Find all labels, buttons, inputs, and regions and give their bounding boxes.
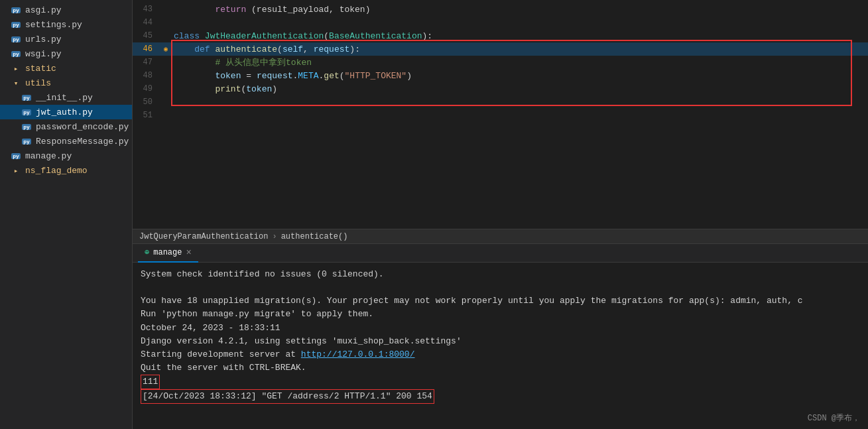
sidebar-item-label: utils bbox=[25, 78, 51, 88]
terminal-tab-icon: ⊕ bbox=[145, 247, 149, 257]
line-content: return (result_payload, token) bbox=[171, 5, 868, 15]
sidebar-item-asgi[interactable]: py asgi.py bbox=[0, 3, 132, 17]
sidebar-item-init[interactable]: py __init__.py bbox=[0, 90, 132, 105]
sidebar-item-ns-flag[interactable]: ▸ ns_flag_demo bbox=[0, 163, 132, 178]
code-lines-wrapper: 43 return (result_payload, token) 44 45 bbox=[133, 0, 868, 229]
py-file-icon: py bbox=[21, 121, 32, 132]
line-number: 44 bbox=[133, 18, 160, 27]
breadcrumb-separator: › bbox=[272, 232, 277, 241]
code-line-43: 43 return (result_payload, token) bbox=[133, 3, 868, 16]
terminal-line-1: System check identified no issues (0 sil… bbox=[141, 268, 860, 281]
code-line-49: 49 print(token) bbox=[133, 82, 868, 95]
line-content: class JwtHeaderAuthentication(BaseAuthen… bbox=[171, 31, 868, 41]
sidebar-item-label: settings.py bbox=[25, 20, 82, 30]
py-file-icon: py bbox=[11, 151, 21, 161]
line-number: 50 bbox=[133, 97, 160, 107]
folder-icon: ▸ bbox=[11, 63, 21, 74]
watermark: CSDN @季布， bbox=[808, 412, 860, 424]
sidebar: py asgi.py py settings.py py urls.py py … bbox=[0, 0, 133, 429]
sidebar-item-response[interactable]: py ResponseMessage.py bbox=[0, 134, 132, 149]
folder-icon: ▾ bbox=[11, 78, 21, 88]
terminal-line-7: Starting development server at http://12… bbox=[141, 348, 860, 361]
sidebar-item-label: wsgi.py bbox=[25, 49, 62, 59]
line-content: def authenticate(self, request): bbox=[171, 44, 868, 54]
sidebar-item-label: asgi.py bbox=[25, 5, 62, 15]
main-container: py asgi.py py settings.py py urls.py py … bbox=[0, 0, 868, 429]
sidebar-item-jwt-auth[interactable]: py jwt_auth.py bbox=[0, 105, 132, 119]
sidebar-item-settings[interactable]: py settings.py bbox=[0, 17, 132, 32]
py-file-icon: py bbox=[21, 92, 32, 103]
server-url-link[interactable]: http://127.0.0.1:8000/ bbox=[301, 349, 415, 359]
py-file-icon: py bbox=[11, 5, 21, 15]
line-content: # 从头信息中拿到token bbox=[171, 56, 868, 68]
terminal-line-8: Quit the server with CTRL-BREAK. bbox=[141, 361, 860, 375]
sidebar-item-label: manage.py bbox=[25, 151, 72, 161]
terminal-log-line: [24/Oct/2023 18:33:12] "GET /address/2 H… bbox=[141, 389, 860, 404]
terminal-panel: ⊕ manage × System check identified no is… bbox=[133, 243, 868, 429]
line-number: 46 bbox=[133, 44, 160, 54]
sidebar-item-static[interactable]: ▸ static bbox=[0, 61, 132, 76]
py-file-icon: py bbox=[11, 19, 21, 30]
sidebar-item-manage[interactable]: py manage.py bbox=[0, 149, 132, 163]
code-line-44: 44 bbox=[133, 16, 868, 29]
sidebar-item-label: urls.py bbox=[25, 34, 62, 44]
line-number: 51 bbox=[133, 111, 160, 120]
terminal-line-3: You have 18 unapplied migration(s). Your… bbox=[141, 294, 860, 308]
sidebar-item-label: password_encode.py bbox=[36, 122, 129, 132]
breadcrumb-bar: JwtQueryParamAuthentication › authentica… bbox=[133, 229, 868, 243]
code-line-45: 45 class JwtHeaderAuthentication(BaseAut… bbox=[133, 29, 868, 42]
sidebar-item-label: jwt_auth.py bbox=[36, 107, 93, 117]
py-file-icon: py bbox=[21, 136, 32, 147]
sidebar-item-wsgi[interactable]: py wsgi.py bbox=[0, 46, 132, 61]
py-file-icon: py bbox=[11, 34, 21, 44]
editor-area: 43 return (result_payload, token) 44 45 bbox=[133, 0, 868, 429]
line-number: 43 bbox=[133, 5, 160, 14]
breadcrumb-method: authenticate() bbox=[281, 232, 348, 241]
sidebar-item-label: ns_flag_demo bbox=[25, 166, 88, 176]
sidebar-item-label: __init__.py bbox=[36, 93, 93, 103]
terminal-tab-close[interactable]: × bbox=[186, 247, 191, 258]
terminal-line-4: Run 'python manage.py migrate' to apply … bbox=[141, 308, 860, 321]
line-indicator: ◉ bbox=[160, 45, 171, 53]
terminal-line-2 bbox=[141, 281, 860, 294]
terminal-line-5: October 24, 2023 - 18:33:11 bbox=[141, 322, 860, 335]
line-number: 48 bbox=[133, 71, 160, 80]
py-file-icon: py bbox=[21, 107, 32, 117]
line-content: token = request.META.get("HTTP_TOKEN") bbox=[171, 71, 868, 81]
terminal-content: System check identified no issues (0 sil… bbox=[133, 263, 868, 429]
code-line-48: 48 token = request.META.get("HTTP_TOKEN"… bbox=[133, 69, 868, 82]
code-line-51: 51 bbox=[133, 109, 868, 122]
line-number: 47 bbox=[133, 58, 160, 67]
sidebar-item-label: ResponseMessage.py bbox=[36, 137, 129, 147]
line-content: print(token) bbox=[171, 84, 868, 94]
code-line-47: 47 # 从头信息中拿到token bbox=[133, 56, 868, 69]
terminal-tabs: ⊕ manage × bbox=[133, 244, 868, 263]
sidebar-item-password[interactable]: py password_encode.py bbox=[0, 119, 132, 134]
sidebar-item-utils[interactable]: ▾ utils bbox=[0, 76, 132, 90]
terminal-output-value: 111 bbox=[141, 375, 860, 389]
code-line-46: 46 ◉ def authenticate(self, request): bbox=[133, 42, 868, 56]
sidebar-item-label: static bbox=[25, 64, 56, 74]
folder-icon: ▸ bbox=[11, 165, 21, 176]
terminal-tab-manage[interactable]: ⊕ manage × bbox=[138, 244, 198, 263]
line-number: 45 bbox=[133, 31, 160, 40]
sidebar-item-urls[interactable]: py urls.py bbox=[0, 32, 132, 46]
code-line-50: 50 bbox=[133, 95, 868, 109]
code-lines: 43 return (result_payload, token) 44 45 bbox=[133, 0, 868, 125]
line-number: 49 bbox=[133, 84, 160, 93]
breadcrumb-class: JwtQueryParamAuthentication bbox=[139, 232, 268, 241]
terminal-tab-label: manage bbox=[153, 248, 182, 257]
code-editor: 43 return (result_payload, token) 44 45 bbox=[133, 0, 868, 243]
terminal-line-6: Django version 4.2.1, using settings 'mu… bbox=[141, 335, 860, 348]
py-file-icon: py bbox=[11, 48, 21, 59]
